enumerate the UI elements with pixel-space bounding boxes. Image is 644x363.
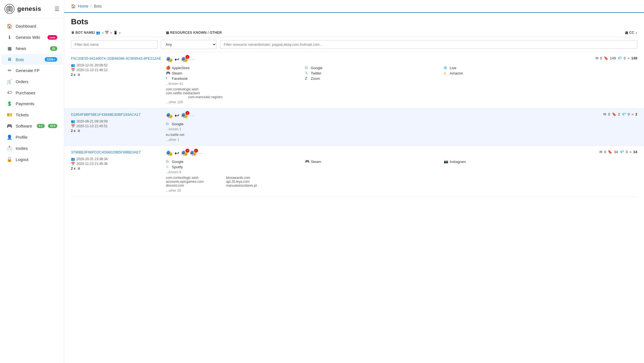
score-row-3: ✉ 0 🔖 34 💎 0 = 34 xyxy=(587,150,637,154)
bot-row: F5C20E55-9414907A-2DB46096-4C959543-8FE2… xyxy=(71,52,637,108)
sidebar-item-genesis-wiki[interactable]: ℹ Genesis Wiki new xyxy=(2,32,62,43)
sidebar-item-logout[interactable]: 🔓 Logout xyxy=(2,154,62,165)
bot-link-2[interactable]: D1854F8BF59E1F43848E3DBF193ACA17 xyxy=(71,112,166,117)
news-badge: 15 xyxy=(50,46,57,51)
monitor-icon-3: 🖥 xyxy=(77,129,80,133)
mask-icon-3: 🎭 xyxy=(166,150,173,157)
resource-icons-row-3: 🎭 ↩ 🎭 0 🎭 0 ··· xyxy=(166,150,587,157)
calendar-icon-4: 📅 xyxy=(71,162,75,166)
grid-icon: ▦ xyxy=(166,31,169,35)
sort-icon-cc[interactable]: ∨ xyxy=(635,31,637,34)
sidebar-item-generate-fp[interactable]: ✏ Generate FP xyxy=(2,65,62,76)
filter-row: Any xyxy=(71,37,637,52)
refresh-icon-2: ↩ xyxy=(175,112,179,119)
bot-row-2: D1854F8BF59E1F43848E3DBF193ACA17 👥 2020-… xyxy=(64,108,644,146)
hamburger-icon[interactable]: ☰ xyxy=(54,6,59,12)
google-icon-3: G xyxy=(166,159,170,164)
sidebar-label-bots: Bots xyxy=(16,57,41,62)
google-icon-1: G xyxy=(305,66,309,70)
sidebar-item-purchases[interactable]: 🏷 Purchases xyxy=(2,87,62,98)
avatar-icon-1: 🎭 0 xyxy=(181,56,188,63)
mask-icon-2: 🎭 xyxy=(166,112,173,119)
resource-spotify: ♫ Spotify xyxy=(166,165,305,169)
bot-date2: 2020-11-13 21:46:12 xyxy=(77,68,108,72)
sidebar-item-software[interactable]: 🎮 Software 6.2 19.0 xyxy=(2,121,62,131)
col-header-actions: ▦ CC ∨ xyxy=(604,31,637,35)
known-count-2: ...known 1 xyxy=(166,127,587,131)
more-options-3[interactable]: ··· xyxy=(198,150,204,156)
bot-link-3[interactable]: 3796BE0F66FD2C4D66029B5F88BE0AE7 xyxy=(71,150,166,155)
avatar-icon-3b: 🎭 0 xyxy=(190,150,197,157)
other-count-2: ...other 1 xyxy=(166,138,587,142)
tickets-icon: 🎫 xyxy=(7,112,12,117)
score-row-1: ✉ 0 🔖 149 💎 0 = 149 xyxy=(587,56,637,60)
email-icon-2: ✉ xyxy=(603,112,606,116)
resource-amazon: a Amazon xyxy=(444,71,583,75)
facebook-icon: f xyxy=(166,76,170,81)
bookmark-icon-2: 🔖 xyxy=(612,112,616,116)
breadcrumb-home[interactable]: Home xyxy=(78,4,88,8)
bot-score-1: ✉ 0 🔖 149 💎 0 = 149 xyxy=(587,56,637,61)
resources-col-3-3: 📷 Instagram xyxy=(444,159,583,169)
refresh-icon-1: ↩ xyxy=(175,56,179,63)
avatar-icon-2: 🎭 0 xyxy=(181,112,188,119)
sidebar-item-invites[interactable]: 📩 Invites xyxy=(2,143,62,154)
sort-icon-3[interactable]: ∨ xyxy=(119,31,121,34)
resources-col-2-1: G Google xyxy=(166,122,305,126)
bot-resources-3: 🎭 ↩ 🎭 0 🎭 0 ··· G Google xyxy=(166,150,587,193)
email-icon-1: ✉ xyxy=(595,56,598,60)
bot-link-1[interactable]: F5C20E55-9414907A-2DB46096-4C959543-8FE2… xyxy=(71,56,166,61)
mask-icon-1: 🎭 xyxy=(166,56,173,63)
badge-icon: ▦ xyxy=(625,31,628,35)
resource-icons-row-2: 🎭 ↩ 🎭 0 ··· xyxy=(166,112,587,119)
bot-meta-3: 👥 2020-10-31 23:38:34 📅 2020-11-13 21:45… xyxy=(71,157,166,170)
bot-info-col-3: 3796BE0F66FD2C4D66029B5F88BE0AE7 👥 2020-… xyxy=(71,150,166,170)
sidebar-item-bots[interactable]: 🖥 Bots 320k+ xyxy=(2,54,62,65)
bot-date1-line-3: 👥 2020-10-31 23:38:34 xyxy=(71,157,166,161)
sidebar-item-tickets[interactable]: 🎫 Tickets xyxy=(2,109,62,120)
main-content: 🏠 Home / Bots Bots 🖥 BOT NAME/ 👥 ∨ 📅 ∨ 📱… xyxy=(64,0,644,363)
sidebar-label-payments: Payments xyxy=(16,101,57,106)
group-icon-3: 👥 xyxy=(71,157,75,161)
spotify-icon: ♫ xyxy=(166,165,170,169)
breadcrumb-separator: / xyxy=(90,4,92,8)
breadcrumb-current: Bots xyxy=(94,4,102,8)
instagram-icon: 📷 xyxy=(444,159,448,164)
bot-date1-line-2: 👥 2020-08-21 09:18:09 xyxy=(71,119,166,123)
orders-icon: 🛒 xyxy=(7,79,12,84)
steam-icon-2: 🎮 xyxy=(305,159,309,164)
more-options-2[interactable]: ··· xyxy=(190,113,195,119)
filter-any-select[interactable]: Any xyxy=(161,40,217,49)
bot-date1: 2019-12-01 20:08:52 xyxy=(77,63,108,67)
col-header-bot-name: 🖥 BOT NAME/ 👥 ∨ 📅 ∨ 📱 ∨ xyxy=(71,31,166,35)
app-name: genesis xyxy=(17,5,41,13)
filter-resource-input[interactable] xyxy=(220,40,637,49)
bot-devices-1: 2 x xyxy=(71,73,76,77)
other-domains-1: com.contextlogic.wish com.netflix.mediac… xyxy=(166,87,587,95)
sidebar-label-genesis-wiki: Genesis Wiki xyxy=(16,35,44,40)
other-count-1: ...other 108 xyxy=(166,100,587,104)
sidebar-item-orders[interactable]: 🛒 Orders xyxy=(2,76,62,87)
sidebar-item-dashboard[interactable]: 🏠 Dashboard xyxy=(2,21,62,32)
bot-info-col: F5C20E55-9414907A-2DB46096-4C959543-8FE2… xyxy=(71,56,166,77)
sidebar-item-news[interactable]: ▦ News 15 xyxy=(2,43,62,54)
bot-score-2: ✉ 0 🔖 2 💎 0 = 2 xyxy=(587,112,637,117)
more-options-1[interactable]: ··· xyxy=(190,57,195,62)
sort-icon-2[interactable]: ∨ xyxy=(110,31,112,34)
device-icon: 📱 xyxy=(113,31,118,35)
resources-col-1-2: G Google 𝕏 Twitter Z Zoom xyxy=(305,66,444,81)
payments-icon: 💲 xyxy=(7,101,12,106)
sort-icon-1[interactable]: ∨ xyxy=(102,31,104,34)
sidebar-label-software: Software xyxy=(16,124,34,128)
diamond-icon-2: 💎 xyxy=(622,112,626,116)
resources-grid-3: G Google ♫ Spotify 🎮 Steam xyxy=(166,159,587,169)
resource-google-2: G Google xyxy=(166,122,305,126)
table-header: 🖥 BOT NAME/ 👥 ∨ 📅 ∨ 📱 ∨ ▦ RESOURCES KNOW… xyxy=(71,28,637,37)
software-badge1: 6.2 xyxy=(37,124,45,128)
sidebar-item-payments[interactable]: 💲 Payments xyxy=(2,98,62,109)
filter-bot-name-input[interactable] xyxy=(71,40,158,49)
sidebar-item-profile[interactable]: 👤 Profile xyxy=(2,132,62,143)
monitor-icon-4: 🖥 xyxy=(77,167,80,170)
sidebar-label-logout: Logout xyxy=(16,157,57,162)
monitor-icon-2: 🖥 xyxy=(77,73,80,77)
